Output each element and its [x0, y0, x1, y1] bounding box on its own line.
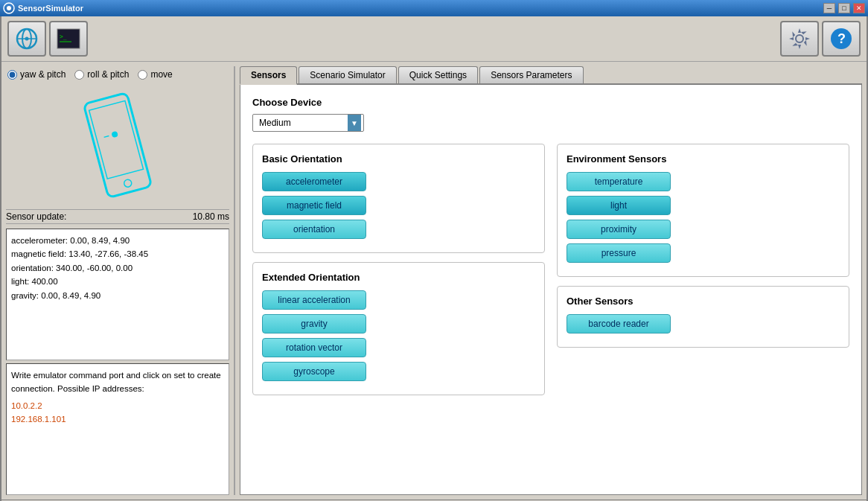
- minimize-button[interactable]: ─: [823, 3, 835, 13]
- help-tool-button[interactable]: ?: [822, 21, 861, 57]
- extended-orientation-title: Extended Orientation: [262, 272, 535, 283]
- settings-icon: [788, 27, 811, 51]
- content-area: yaw & pitch roll & pitch move: [1, 62, 867, 500]
- tab-content-sensors: Choose Device Medium Small Large ▼: [240, 85, 862, 495]
- choose-device-section: Choose Device Medium Small Large ▼: [252, 97, 849, 132]
- sensor-tool-button[interactable]: [7, 21, 46, 57]
- tab-sensors-parameters[interactable]: Sensors Parameters: [479, 66, 583, 83]
- main-window: >_ ?: [0, 16, 868, 501]
- accelerometer-button[interactable]: accelerometer: [262, 172, 366, 191]
- light-button[interactable]: light: [567, 196, 671, 215]
- pressure-button[interactable]: pressure: [567, 243, 671, 263]
- basic-orientation-title: Basic Orientation: [262, 153, 535, 165]
- orientation-radio-group: yaw & pitch roll & pitch move: [6, 66, 229, 83]
- svg-text:>_: >_: [60, 33, 67, 40]
- svg-text:?: ?: [837, 31, 846, 46]
- svg-point-5: [25, 37, 29, 41]
- extended-orientation-section: Extended Orientation linear acceleration…: [252, 262, 545, 395]
- sensor-column-right: Environment Sensors temperature light pr…: [557, 144, 849, 404]
- right-panel: Sensors Scenario Simulator Quick Setting…: [240, 66, 862, 495]
- gravity-button[interactable]: gravity: [262, 314, 366, 334]
- linear-acceleration-button[interactable]: linear acceleration: [262, 290, 366, 310]
- other-sensors-title: Other Sensors: [567, 296, 840, 307]
- tab-bar: Sensors Scenario Simulator Quick Setting…: [240, 66, 862, 85]
- basic-orientation-section: Basic Orientation accelerometer magnetic…: [252, 144, 545, 253]
- move-radio[interactable]: move: [138, 69, 172, 80]
- tab-scenario-simulator[interactable]: Scenario Simulator: [299, 66, 396, 83]
- svg-rect-12: [83, 92, 152, 197]
- magnetic-field-button[interactable]: magnetic field: [262, 196, 366, 215]
- sensor-data-box: accelerometer: 0.00, 8.49, 4.90 magnetic…: [6, 229, 229, 360]
- rotation-vector-button[interactable]: rotation vector: [262, 338, 366, 357]
- svg-point-15: [111, 131, 118, 138]
- phone-svg: [80, 89, 155, 201]
- sensor-icon: [15, 27, 39, 51]
- close-button[interactable]: ✕: [853, 3, 865, 13]
- choose-device-label: Choose Device: [252, 97, 849, 108]
- toolbar: >_ ?: [1, 16, 867, 62]
- svg-point-9: [796, 35, 803, 42]
- other-sensors-section: Other Sensors barcode reader: [557, 286, 849, 348]
- title-bar: SensorSimulator ─ □ ✕: [0, 0, 868, 16]
- barcode-reader-button[interactable]: barcode reader: [567, 314, 671, 334]
- orientation-button[interactable]: orientation: [262, 220, 366, 239]
- sensor-column-left: Basic Orientation accelerometer magnetic…: [252, 144, 545, 404]
- help-icon: ?: [829, 27, 853, 51]
- toolbar-right: ?: [780, 21, 861, 57]
- svg-point-14: [124, 179, 133, 188]
- gravity-data: gravity: 0.00, 8.49, 4.90: [11, 289, 224, 302]
- device-select-wrapper: Medium Small Large ▼: [252, 114, 364, 132]
- sensors-grid: Basic Orientation accelerometer magnetic…: [252, 144, 849, 404]
- temperature-button[interactable]: temperature: [567, 172, 671, 191]
- proximity-button[interactable]: proximity: [567, 220, 671, 239]
- app-icon: [3, 2, 15, 14]
- left-panel: yaw & pitch roll & pitch move: [6, 66, 235, 495]
- status-box: Write emulator command port and click on…: [6, 363, 229, 495]
- terminal-icon: >_: [57, 28, 80, 49]
- yaw-pitch-radio[interactable]: yaw & pitch: [7, 69, 66, 80]
- ip-address-2: 192.168.1.101: [11, 412, 224, 426]
- magnetic-field-data: magnetic field: 13.40, -27.66, -38.45: [11, 247, 224, 261]
- roll-pitch-radio[interactable]: roll & pitch: [74, 69, 129, 80]
- sensor-update-label: Sensor update:: [6, 211, 66, 222]
- svg-rect-13: [89, 100, 144, 179]
- window-title: SensorSimulator: [18, 4, 820, 13]
- environment-sensors-title: Environment Sensors: [567, 153, 840, 165]
- svg-point-1: [7, 6, 11, 10]
- settings-tool-button[interactable]: [780, 21, 819, 57]
- device-select[interactable]: Medium Small Large: [252, 114, 364, 132]
- ip-address-1: 10.0.2.2: [11, 399, 224, 412]
- status-text: Write emulator command port and click on…: [11, 368, 224, 396]
- tab-sensors[interactable]: Sensors: [240, 66, 297, 85]
- phone-visualization: [6, 86, 229, 205]
- maximize-button[interactable]: □: [838, 3, 850, 13]
- sensor-update-value: 10.80 ms: [193, 211, 229, 222]
- gyroscope-button[interactable]: gyroscope: [262, 362, 366, 381]
- environment-sensors-section: Environment Sensors temperature light pr…: [557, 144, 849, 277]
- svg-line-16: [104, 136, 109, 138]
- terminal-tool-button[interactable]: >_: [49, 21, 88, 57]
- accelerometer-data: accelerometer: 0.00, 8.49, 4.90: [11, 234, 224, 247]
- light-data: light: 400.00: [11, 275, 224, 288]
- orientation-data: orientation: 340.00, -60.00, 0.00: [11, 261, 224, 275]
- tab-quick-settings[interactable]: Quick Settings: [398, 66, 478, 83]
- sensor-update-row: Sensor update: 10.80 ms: [6, 209, 229, 224]
